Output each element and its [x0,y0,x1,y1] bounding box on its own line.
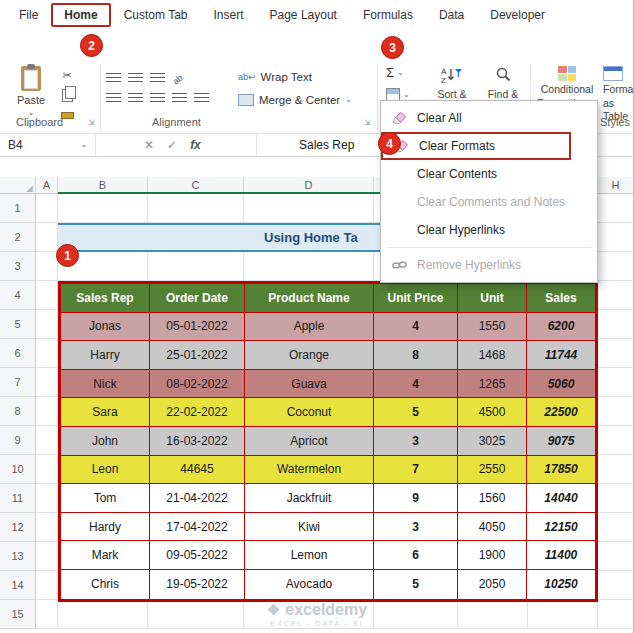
cell[interactable] [598,252,634,281]
table-cell[interactable]: Jackfruit [245,484,374,513]
table-cell[interactable]: 11400 [527,541,595,570]
table-cell[interactable]: Watermelon [245,456,374,485]
cell[interactable] [598,484,634,513]
tab-developer[interactable]: Developer [477,3,558,27]
wrap-text-button[interactable]: ab↩ Wrap Text [238,71,312,83]
table-cell[interactable]: Orange [245,341,374,370]
table-cell[interactable]: Mark [61,541,150,570]
table-cell[interactable]: Tom [61,484,150,513]
cell[interactable] [36,484,58,513]
table-cell[interactable]: Jonas [61,313,150,342]
table-cell[interactable]: 5 [374,570,458,599]
cell[interactable] [598,513,634,542]
cut-button[interactable]: ✂ [58,68,76,82]
table-header-cell-order-date[interactable]: Order Date [150,284,245,313]
table-cell[interactable]: 5060 [527,370,595,399]
tab-home[interactable]: Home [51,3,110,27]
cell[interactable] [36,194,58,223]
name-box[interactable]: B4 ⌄ [0,134,96,156]
cell[interactable] [598,368,634,397]
cell[interactable] [36,281,58,310]
table-cell[interactable]: Sara [61,398,150,427]
cell[interactable] [36,542,58,571]
table-cell[interactable]: 11744 [527,341,595,370]
cell[interactable] [36,368,58,397]
table-cell[interactable]: 4050 [458,513,527,542]
cell[interactable] [598,426,634,455]
table-cell[interactable]: Lemon [245,541,374,570]
alignment-dialog-launcher-icon[interactable]: ⇲ [364,118,371,127]
cell[interactable] [58,600,148,629]
table-cell[interactable]: 1468 [458,341,527,370]
row-header-10[interactable]: 10 [0,455,36,484]
row-header-3[interactable]: 3 [0,252,36,281]
enter-icon[interactable]: ✓ [167,138,177,152]
table-header-cell-sales[interactable]: Sales [527,284,595,313]
table-cell[interactable]: 3 [374,427,458,456]
cell[interactable] [148,194,244,223]
row-header-9[interactable]: 9 [0,426,36,455]
table-cell[interactable]: 6 [374,541,458,570]
cell[interactable] [528,600,598,629]
cell[interactable] [598,223,634,252]
align-left-icon[interactable] [106,93,121,104]
table-cell[interactable]: 17850 [527,456,595,485]
table-header-cell-product-name[interactable]: Product Name [245,284,374,313]
table-cell[interactable]: 19-05-2022 [150,570,245,599]
cell[interactable] [598,600,634,629]
cell[interactable] [244,600,374,629]
table-cell[interactable]: Chris [61,570,150,599]
cell[interactable] [36,571,58,600]
table-cell[interactable]: 1265 [458,370,527,399]
table-cell[interactable]: 2550 [458,456,527,485]
copy-button[interactable] [58,88,76,102]
cell[interactable] [148,600,244,629]
row-header-15[interactable]: 15 [0,600,36,629]
orientation-icon[interactable]: ab [171,69,189,86]
table-cell[interactable]: 8 [374,341,458,370]
merge-center-button[interactable]: Merge & Center ⌄ [238,94,352,106]
cell[interactable] [598,310,634,339]
table-cell[interactable]: 4500 [458,398,527,427]
tab-data[interactable]: Data [426,3,477,27]
table-cell[interactable]: 12150 [527,513,595,542]
cell[interactable] [374,600,458,629]
column-header-H[interactable]: H [598,177,634,194]
table-cell[interactable]: Avocado [245,570,374,599]
row-header-13[interactable]: 13 [0,542,36,571]
table-cell[interactable]: 22-02-2022 [150,398,245,427]
table-cell[interactable]: 09-05-2022 [150,541,245,570]
cell[interactable] [36,455,58,484]
row-header-8[interactable]: 8 [0,397,36,426]
cell[interactable] [598,571,634,600]
table-cell[interactable]: Leon [61,456,150,485]
table-cell[interactable]: 1900 [458,541,527,570]
table-cell[interactable]: 25-01-2022 [150,341,245,370]
cell[interactable] [458,600,528,629]
cell[interactable] [598,542,634,571]
table-cell[interactable]: 3 [374,513,458,542]
align-top-icon[interactable] [106,73,121,84]
table-cell[interactable]: 3025 [458,427,527,456]
cell[interactable] [58,194,148,223]
table-cell[interactable]: 1560 [458,484,527,513]
tab-custom-tab[interactable]: Custom Tab [111,3,201,27]
cell[interactable] [598,281,634,310]
table-cell[interactable]: 9 [374,484,458,513]
autosum-button[interactable]: Σ ⌄ [386,65,404,80]
table-cell[interactable]: 22500 [527,398,595,427]
table-cell[interactable]: Coconut [245,398,374,427]
select-all-corner[interactable]: ◢ [0,177,36,194]
table-cell[interactable]: Harry [61,341,150,370]
cell[interactable] [36,252,58,281]
cell[interactable] [598,455,634,484]
clipboard-dialog-launcher-icon[interactable]: ⇲ [88,118,95,127]
row-header-2[interactable]: 2 [0,223,36,252]
table-cell[interactable]: 44645 [150,456,245,485]
table-cell[interactable]: 10250 [527,570,595,599]
cell[interactable] [36,223,58,252]
insert-function-icon[interactable]: fx [190,138,201,152]
align-middle-icon[interactable] [128,73,143,84]
cell[interactable] [36,397,58,426]
cell[interactable] [36,310,58,339]
